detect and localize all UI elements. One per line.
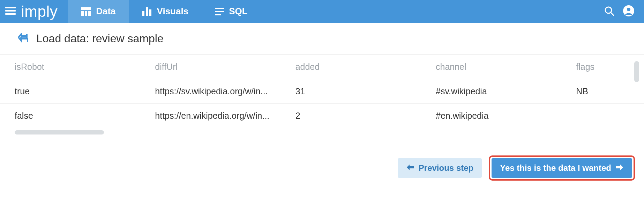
brand-logo[interactable]: imply (21, 0, 68, 23)
svg-rect-11 (215, 11, 224, 12)
back-arrow-icon (18, 33, 28, 44)
table-header-row: isRobot diffUrl added channel flags (0, 55, 644, 79)
callout-highlight: Yes this is the data I wanted (489, 155, 635, 181)
column-header-isRobot[interactable]: isRobot (0, 55, 140, 79)
cell-flags: NB (561, 79, 644, 104)
search-icon (604, 6, 614, 17)
button-label: Yes this is the data I wanted (500, 163, 611, 173)
column-header-added[interactable]: added (281, 55, 421, 79)
nav-tab-label: Visuals (157, 6, 189, 17)
cell-isRobot: true (0, 79, 140, 104)
account-button[interactable] (620, 3, 637, 20)
button-label: Previous step (419, 163, 473, 173)
svg-rect-12 (215, 14, 221, 15)
svg-point-16 (627, 8, 630, 11)
svg-rect-7 (142, 11, 144, 16)
nav-tab-label: SQL (229, 6, 247, 17)
svg-rect-9 (149, 9, 151, 16)
cell-added: 2 (281, 104, 421, 128)
previous-step-button[interactable]: Previous step (398, 158, 482, 178)
wizard-footer: Previous step Yes this is the data I wan… (0, 145, 644, 190)
svg-rect-8 (146, 7, 148, 16)
nav-tab-data[interactable]: Data (68, 0, 129, 23)
search-button[interactable] (601, 3, 617, 20)
data-table-container: isRobot diffUrl added channel flags true… (0, 55, 644, 134)
nav-tab-visuals[interactable]: Visuals (129, 0, 202, 23)
arrow-left-icon (406, 163, 414, 173)
svg-rect-5 (85, 11, 87, 16)
cell-channel: #sv.wikipedia (421, 79, 561, 104)
nav-tab-label: Data (96, 6, 115, 17)
svg-rect-10 (215, 8, 224, 9)
svg-rect-2 (5, 13, 16, 15)
svg-rect-6 (88, 11, 91, 16)
svg-rect-3 (81, 7, 91, 10)
svg-rect-1 (5, 10, 16, 12)
cell-flags (561, 104, 644, 128)
cell-channel: #en.wikipedia (421, 104, 561, 128)
arrow-right-icon (616, 163, 624, 173)
horizontal-scrollbar[interactable] (15, 130, 104, 134)
hamburger-icon (5, 7, 16, 16)
svg-rect-4 (81, 11, 84, 16)
column-header-diffUrl[interactable]: diffUrl (140, 55, 280, 79)
bar-chart-icon (142, 7, 152, 16)
cell-added: 31 (281, 79, 421, 104)
table-icon (81, 7, 91, 16)
svg-line-14 (611, 13, 614, 15)
column-header-flags[interactable]: flags (561, 55, 644, 79)
svg-rect-0 (5, 7, 16, 8)
lines-icon (215, 8, 224, 15)
page-title: Load data: review sample (36, 32, 164, 45)
vertical-scrollbar[interactable] (634, 61, 639, 82)
table-row: true https://sv.wikipedia.org/w/in... 31… (0, 79, 644, 104)
cell-diffUrl: https://en.wikipedia.org/w/in... (140, 104, 280, 128)
cell-isRobot: false (0, 104, 140, 128)
data-table: isRobot diffUrl added channel flags true… (0, 55, 644, 128)
menu-button[interactable] (0, 0, 21, 23)
nav-tab-sql[interactable]: SQL (202, 0, 261, 23)
table-row: false https://en.wikipedia.org/w/in... 2… (0, 104, 644, 128)
confirm-data-button[interactable]: Yes this is the data I wanted (492, 158, 632, 178)
column-header-channel[interactable]: channel (421, 55, 561, 79)
user-icon (623, 5, 634, 18)
topbar: imply Data Visuals SQL (0, 0, 644, 23)
page-header: Load data: review sample (0, 23, 644, 55)
cell-diffUrl: https://sv.wikipedia.org/w/in... (140, 79, 280, 104)
main-nav: Data Visuals SQL (68, 0, 261, 23)
back-button[interactable] (17, 32, 29, 45)
